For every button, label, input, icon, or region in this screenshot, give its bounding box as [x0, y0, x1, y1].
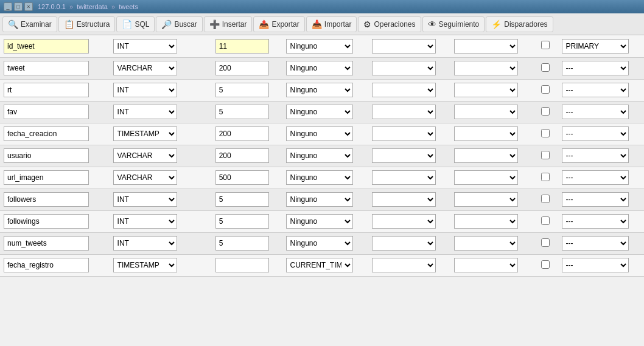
collation-select-4[interactable] [372, 126, 436, 141]
attrib-select-7[interactable] [454, 192, 518, 207]
null-checkbox-7[interactable] [541, 195, 550, 203]
field-name-input-9[interactable] [4, 236, 89, 251]
window-controls[interactable]: _ □ × [4, 2, 33, 11]
length-input-5[interactable] [215, 148, 269, 163]
null-checkbox-6[interactable] [541, 173, 550, 181]
collation-select-3[interactable] [372, 105, 436, 119]
close-button[interactable]: × [24, 2, 33, 11]
attrib-select-1[interactable] [454, 61, 518, 75]
field-name-input-7[interactable] [4, 192, 89, 207]
type-select-5[interactable]: INTVARCHARTIMESTAMPTEXTDATEFLOATDOUBLEBI… [113, 148, 177, 163]
field-name-input-0[interactable] [4, 39, 89, 54]
attrib-select-0[interactable] [454, 39, 518, 54]
type-select-7[interactable]: INTVARCHARTIMESTAMPTEXTDATEFLOATDOUBLEBI… [113, 192, 177, 207]
examinar-button[interactable]: 🔍Examinar [2, 16, 57, 32]
length-input-8[interactable] [215, 214, 269, 229]
type-select-9[interactable]: INTVARCHARTIMESTAMPTEXTDATEFLOATDOUBLEBI… [113, 236, 177, 251]
field-name-input-6[interactable] [4, 170, 89, 185]
default-select-6[interactable]: NingunoNULLCURRENT_TIMESTAMPCURRENT_TIME [286, 170, 353, 185]
length-input-7[interactable] [215, 192, 269, 207]
type-select-1[interactable]: INTVARCHARTIMESTAMPTEXTDATEFLOATDOUBLEBI… [113, 61, 177, 75]
collation-select-1[interactable] [372, 61, 436, 75]
null-checkbox-1[interactable] [541, 63, 550, 72]
index-select-7[interactable]: ---PRIMARYUNIQUEINDEXFULLTEXT [562, 192, 629, 207]
seguimiento-button[interactable]: 👁Seguimiento [422, 16, 485, 32]
attrib-select-2[interactable] [454, 83, 518, 97]
importar-button[interactable]: 📥Importar [306, 16, 357, 32]
default-select-4[interactable]: NingunoNULLCURRENT_TIMESTAMPCURRENT_TIME [286, 126, 353, 141]
default-select-3[interactable]: NingunoNULLCURRENT_TIMESTAMPCURRENT_TIME [286, 105, 353, 119]
collation-select-0[interactable] [372, 39, 436, 54]
attrib-select-9[interactable] [454, 236, 518, 251]
default-select-5[interactable]: NingunoNULLCURRENT_TIMESTAMPCURRENT_TIME [286, 148, 353, 163]
null-checkbox-9[interactable] [541, 238, 550, 247]
null-checkbox-0[interactable] [541, 41, 550, 49]
sql-button[interactable]: 📄SQL [116, 16, 155, 32]
field-name-input-1[interactable] [4, 61, 89, 75]
estructura-button[interactable]: 📋Estructura [58, 16, 116, 32]
index-select-10[interactable]: ---PRIMARYUNIQUEINDEXFULLTEXT [562, 258, 629, 272]
attrib-select-6[interactable] [454, 170, 518, 185]
index-select-9[interactable]: ---PRIMARYUNIQUEINDEXFULLTEXT [562, 236, 629, 251]
attrib-select-5[interactable] [454, 148, 518, 163]
attrib-select-8[interactable] [454, 214, 518, 229]
collation-select-10[interactable] [372, 258, 436, 272]
type-select-8[interactable]: INTVARCHARTIMESTAMPTEXTDATEFLOATDOUBLEBI… [113, 214, 177, 229]
index-select-4[interactable]: ---PRIMARYUNIQUEINDEXFULLTEXT [562, 126, 629, 141]
type-select-4[interactable]: INTVARCHARTIMESTAMPTEXTDATEFLOATDOUBLEBI… [113, 126, 177, 141]
index-select-5[interactable]: ---PRIMARYUNIQUEINDEXFULLTEXT [562, 148, 629, 163]
field-name-input-10[interactable] [4, 258, 89, 272]
length-input-2[interactable] [215, 83, 269, 97]
field-name-input-3[interactable] [4, 105, 89, 119]
collation-select-7[interactable] [372, 192, 436, 207]
type-select-0[interactable]: INTVARCHARTIMESTAMPTEXTDATEFLOATDOUBLEBI… [113, 39, 177, 54]
type-select-2[interactable]: INTVARCHARTIMESTAMPTEXTDATEFLOATDOUBLEBI… [113, 83, 177, 97]
collation-select-9[interactable] [372, 236, 436, 251]
minimize-button[interactable]: _ [4, 2, 12, 11]
length-input-9[interactable] [215, 236, 269, 251]
collation-select-5[interactable] [372, 148, 436, 163]
null-checkbox-5[interactable] [541, 151, 550, 159]
attrib-select-10[interactable] [454, 258, 518, 272]
type-select-10[interactable]: INTVARCHARTIMESTAMPTEXTDATEFLOATDOUBLEBI… [113, 258, 177, 272]
index-select-2[interactable]: ---PRIMARYUNIQUEINDEXFULLTEXT [562, 83, 629, 97]
collation-select-2[interactable] [372, 83, 436, 97]
length-input-10[interactable] [215, 258, 269, 272]
index-select-8[interactable]: ---PRIMARYUNIQUEINDEXFULLTEXT [562, 214, 629, 229]
default-select-9[interactable]: NingunoNULLCURRENT_TIMESTAMPCURRENT_TIME [286, 236, 353, 251]
null-checkbox-8[interactable] [541, 216, 550, 225]
collation-select-8[interactable] [372, 214, 436, 229]
maximize-button[interactable]: □ [14, 2, 23, 11]
default-select-2[interactable]: NingunoNULLCURRENT_TIMESTAMPCURRENT_TIME [286, 83, 353, 97]
insertar-button[interactable]: ➕Insertar [204, 16, 253, 32]
null-checkbox-3[interactable] [541, 107, 550, 116]
operaciones-button[interactable]: ⚙Operaciones [358, 16, 421, 32]
exportar-button[interactable]: 📤Exportar [253, 16, 304, 32]
index-select-1[interactable]: ---PRIMARYUNIQUEINDEXFULLTEXT [562, 61, 629, 75]
default-select-1[interactable]: NingunoNULLCURRENT_TIMESTAMPCURRENT_TIME [286, 61, 353, 75]
attrib-select-3[interactable] [454, 105, 518, 119]
collation-select-6[interactable] [372, 170, 436, 185]
default-select-7[interactable]: NingunoNULLCURRENT_TIMESTAMPCURRENT_TIME [286, 192, 353, 207]
default-select-10[interactable]: NingunoNULLCURRENT_TIMESTAMPCURRENT_TIME [286, 258, 353, 272]
null-checkbox-4[interactable] [541, 129, 550, 137]
length-input-1[interactable] [215, 61, 269, 75]
default-select-8[interactable]: NingunoNULLCURRENT_TIMESTAMPCURRENT_TIME [286, 214, 353, 229]
attrib-select-4[interactable] [454, 126, 518, 141]
type-select-6[interactable]: INTVARCHARTIMESTAMPTEXTDATEFLOATDOUBLEBI… [113, 170, 177, 185]
length-input-4[interactable] [215, 126, 269, 141]
field-name-input-4[interactable] [4, 126, 89, 141]
type-select-3[interactable]: INTVARCHARTIMESTAMPTEXTDATEFLOATDOUBLEBI… [113, 105, 177, 119]
null-checkbox-10[interactable] [541, 260, 550, 269]
index-select-6[interactable]: ---PRIMARYUNIQUEINDEXFULLTEXT [562, 170, 629, 185]
index-select-0[interactable]: ---PRIMARYUNIQUEINDEXFULLTEXT [562, 39, 629, 54]
field-name-input-2[interactable] [4, 83, 89, 97]
length-input-6[interactable] [215, 170, 269, 185]
index-select-3[interactable]: ---PRIMARYUNIQUEINDEXFULLTEXT [562, 105, 629, 119]
buscar-button[interactable]: 🔎Buscar [156, 16, 202, 32]
disparadores-button[interactable]: ⚡Disparadores [486, 16, 553, 32]
field-name-input-8[interactable] [4, 214, 89, 229]
null-checkbox-2[interactable] [541, 85, 550, 94]
length-input-0[interactable] [215, 39, 269, 54]
default-select-0[interactable]: NingunoNULLCURRENT_TIMESTAMPCURRENT_TIME [286, 39, 353, 54]
